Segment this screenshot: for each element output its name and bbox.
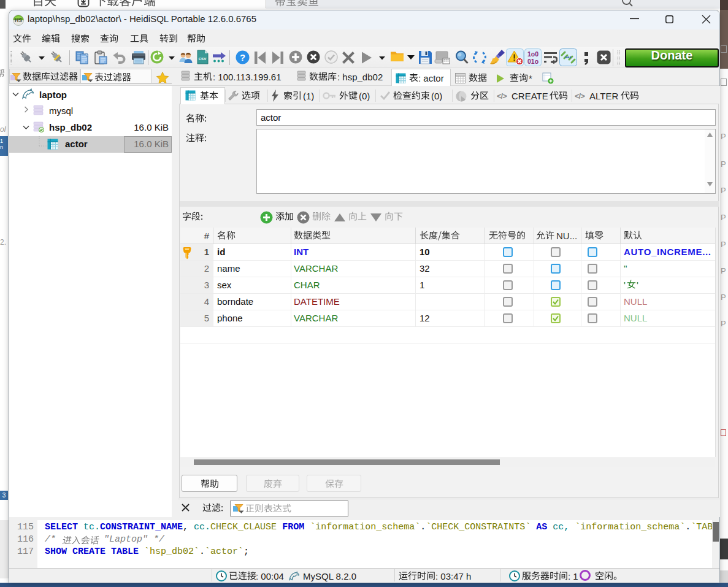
svg-text:01o: 01o [527, 58, 538, 65]
svg-text:CSV: CSV [199, 56, 207, 61]
svg-text:?: ? [240, 52, 245, 63]
svg-text:1o0: 1o0 [527, 50, 538, 58]
svg-text:HS: HS [15, 17, 22, 23]
